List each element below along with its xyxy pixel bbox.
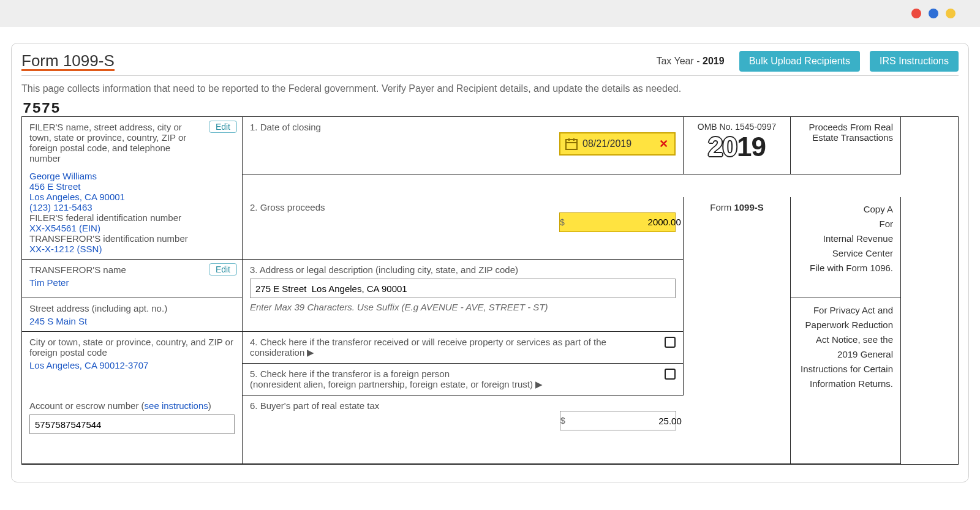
page-title: Form 1099-S bbox=[21, 51, 650, 72]
transferor-street-block: Street address (including apt. no.) 245 … bbox=[22, 298, 243, 332]
privacy-notice: For Privacy Act and Paperwork Reduction … bbox=[791, 298, 901, 464]
date-of-closing-input[interactable]: 08/21/2019 ✕ bbox=[559, 132, 676, 156]
transferor-street-label: Street address (including apt. no.) bbox=[29, 303, 235, 313]
box-3: 3. Address or legal description (includi… bbox=[243, 260, 684, 332]
box-1: 1. Date of closing 08/21/2019 ✕ bbox=[243, 117, 684, 174]
box-6-label: 6. Buyer's part of real estate tax bbox=[250, 400, 676, 411]
filer-block: Edit FILER'S name, street address, city … bbox=[22, 117, 243, 260]
bulk-upload-button[interactable]: Bulk Upload Recipients bbox=[739, 51, 860, 72]
irs-instructions-button[interactable]: IRS Instructions bbox=[870, 51, 959, 72]
filer-name: George Williams bbox=[29, 171, 235, 181]
window-dot-blue bbox=[929, 9, 938, 18]
account-label: Account or escrow number (see instructio… bbox=[29, 400, 235, 411]
filer-addr1: 456 E Street bbox=[29, 181, 235, 192]
box-5-checkbox[interactable] bbox=[665, 369, 676, 380]
date-value: 08/21/2019 bbox=[582, 138, 653, 149]
filer-fein-label: FILER'S federal identification number bbox=[29, 212, 235, 223]
copy-a-block: Copy A For Internal Revenue Service Cent… bbox=[791, 197, 901, 299]
box-4: 4. Check here if the transferor received… bbox=[243, 332, 684, 364]
box-1-label: 1. Date of closing bbox=[250, 122, 676, 132]
transferor-street: 245 S Main St bbox=[29, 316, 235, 326]
see-instructions-link[interactable]: see instructions bbox=[145, 400, 208, 411]
box-6: 6. Buyer's part of real estate tax $ bbox=[243, 396, 684, 464]
currency-symbol: $ bbox=[560, 217, 565, 227]
filer-addr2: Los Angeles, CA 90001 bbox=[29, 192, 235, 202]
account-number-input[interactable] bbox=[29, 414, 235, 434]
transferor-tin-label: TRANSFEROR'S identification number bbox=[29, 233, 235, 244]
form-code: 7575 bbox=[21, 99, 959, 116]
spacer-col3 bbox=[684, 260, 791, 464]
transferor-city-block: City or town, state or province, country… bbox=[22, 332, 243, 396]
box-4-checkbox[interactable] bbox=[665, 337, 676, 348]
box-3-label: 3. Address or legal description (includi… bbox=[250, 264, 676, 275]
transferor-name-block: Edit TRANSFEROR'S name Tim Peter bbox=[22, 260, 243, 298]
edit-transferor-button[interactable]: Edit bbox=[209, 263, 237, 276]
box-5-label: 5. Check here if the transferor is a for… bbox=[250, 369, 661, 390]
currency-symbol-2: $ bbox=[560, 416, 565, 426]
transferor-name-label: TRANSFEROR'S name bbox=[29, 264, 235, 275]
box-3-hint: Enter Max 39 Characters. Use Suffix (E.g… bbox=[250, 298, 676, 312]
form-frame: Form 1099-S Tax Year - 2019 Bulk Upload … bbox=[11, 43, 969, 482]
filer-label: FILER'S name, street address, city or to… bbox=[29, 122, 235, 163]
gross-proceeds-value[interactable] bbox=[565, 213, 687, 231]
form-name-label: Form Form 1099-S1099-S bbox=[684, 197, 791, 260]
page-header: Form 1099-S Tax Year - 2019 Bulk Upload … bbox=[21, 50, 959, 76]
svg-rect-0 bbox=[566, 140, 577, 149]
box-2: 2. Gross proceeds $ bbox=[243, 197, 684, 260]
transferor-tin: XX-X-1212 (SSN) bbox=[29, 244, 235, 254]
account-block: Account or escrow number (see instructio… bbox=[22, 396, 243, 464]
address-legal-desc-input[interactable] bbox=[250, 279, 676, 298]
box-4-label: 4. Check here if the transferor received… bbox=[250, 337, 661, 358]
omb-number: OMB No. 1545-0997 bbox=[691, 122, 783, 132]
box-2-label: 2. Gross proceeds bbox=[250, 202, 676, 212]
filer-fein: XX-X54561 (EIN) bbox=[29, 223, 235, 233]
buyers-tax-value[interactable] bbox=[565, 411, 688, 430]
box-5: 5. Check here if the transferor is a for… bbox=[243, 364, 684, 396]
form-title-block: Proceeds From Real Estate Transactions bbox=[791, 117, 901, 174]
omb-year-block: OMB No. 1545-0997 2019 bbox=[684, 117, 791, 174]
tax-year-label: Tax Year - 2019 bbox=[656, 56, 724, 67]
page-description: This page collects information that need… bbox=[21, 76, 959, 99]
tax-year-big: 2019 bbox=[691, 132, 783, 162]
window-dot-yellow bbox=[946, 9, 956, 18]
calendar-icon bbox=[564, 137, 579, 151]
transferor-city-label: City or town, state or province, country… bbox=[29, 337, 235, 358]
window-dot-red bbox=[911, 9, 921, 18]
transferor-city: Los Angeles, CA 90012-3707 bbox=[29, 360, 235, 370]
filer-phone: (123) 121-5463 bbox=[29, 202, 235, 212]
edit-filer-button[interactable]: Edit bbox=[209, 121, 237, 133]
clear-date-icon[interactable]: ✕ bbox=[653, 137, 674, 151]
buyers-tax-input[interactable]: $ bbox=[560, 411, 676, 430]
window-titlebar bbox=[0, 0, 980, 27]
form-grid: Edit FILER'S name, street address, city … bbox=[21, 116, 959, 465]
transferor-name: Tim Peter bbox=[29, 277, 235, 288]
gross-proceeds-input[interactable]: $ bbox=[559, 212, 676, 232]
